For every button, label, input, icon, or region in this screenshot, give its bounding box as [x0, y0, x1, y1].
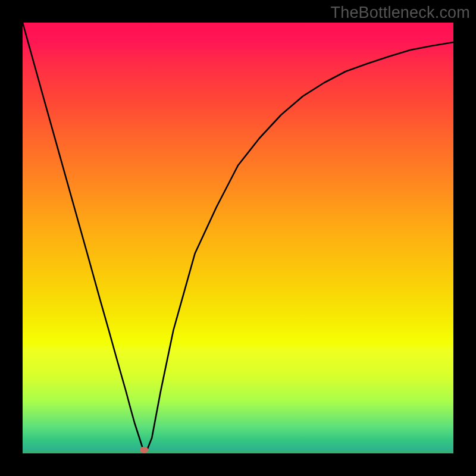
plot-area	[23, 23, 453, 453]
bottleneck-curve	[23, 23, 453, 453]
chart-frame: TheBottleneck.com	[0, 0, 476, 476]
curve-path	[23, 23, 453, 450]
minimum-marker	[140, 447, 148, 453]
watermark-text: TheBottleneck.com	[330, 4, 470, 22]
